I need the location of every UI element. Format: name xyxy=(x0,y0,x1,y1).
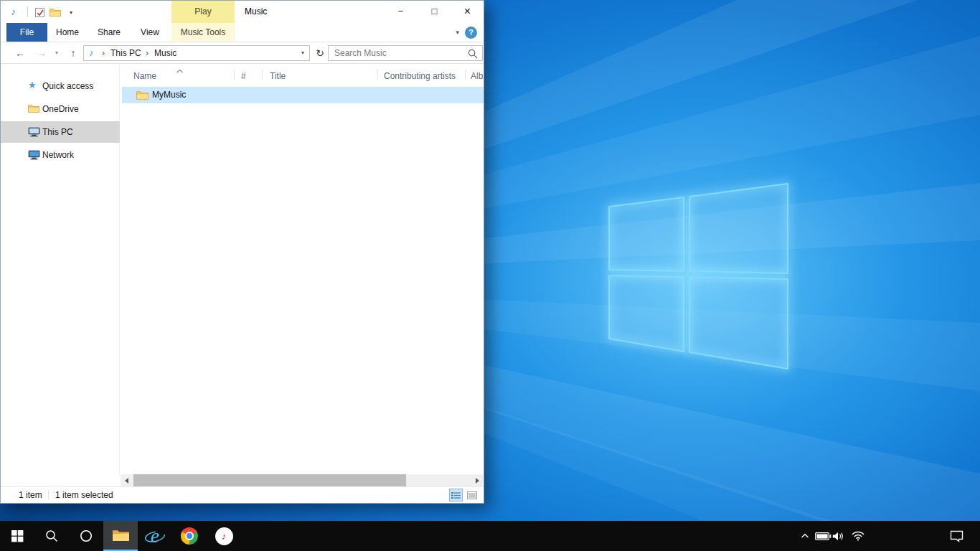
cortana-button[interactable] xyxy=(69,521,103,551)
column-divider xyxy=(377,70,378,80)
action-center-icon xyxy=(950,530,963,542)
tab-view[interactable]: View xyxy=(131,23,169,42)
title-bar[interactable]: ♪ ▾ Play Music − □ × xyxy=(1,1,484,23)
search-input[interactable] xyxy=(329,46,482,60)
qat-properties-button[interactable] xyxy=(32,5,47,19)
qat-new-folder-button[interactable] xyxy=(48,5,62,19)
start-button[interactable] xyxy=(0,521,34,551)
sidebar-item-quick-access[interactable]: ★ Quick access xyxy=(1,75,120,97)
scrollbar-thumb[interactable] xyxy=(133,474,406,486)
breadcrumb-chevron-icon[interactable]: › xyxy=(146,46,149,60)
column-header-number[interactable]: # xyxy=(241,71,246,81)
scroll-left-arrow-icon[interactable] xyxy=(121,474,133,486)
sidebar-item-label: Quick access xyxy=(42,75,93,97)
file-row-mymusic[interactable]: MyMusic xyxy=(122,87,484,103)
details-view-button[interactable] xyxy=(449,489,463,501)
sidebar-item-label: This PC xyxy=(42,121,73,143)
tab-home[interactable]: Home xyxy=(47,23,88,42)
item-count: 1 item xyxy=(19,490,42,500)
recent-locations-chevron-icon[interactable]: ▾ xyxy=(51,42,62,64)
screen: ♪ ▾ Play Music − □ × File Home Share Vie… xyxy=(0,0,980,551)
search-box[interactable] xyxy=(328,45,483,61)
tab-file[interactable]: File xyxy=(6,23,47,42)
column-header-title[interactable]: Title xyxy=(270,71,286,81)
qat-customize-chevron-icon[interactable]: ▾ xyxy=(64,5,78,19)
help-button[interactable]: ? xyxy=(465,27,477,39)
tray-show-hidden-icons-button[interactable] xyxy=(796,521,814,551)
column-divider xyxy=(465,70,466,80)
breadcrumb-this-pc[interactable]: This PC xyxy=(110,46,141,60)
action-center-button[interactable] xyxy=(947,521,966,551)
tray-network-button[interactable] xyxy=(849,521,867,551)
taskbar-chrome-button[interactable] xyxy=(172,521,207,551)
file-list: Name # Title Contributing artists Alb My… xyxy=(121,65,484,474)
file-name: MyMusic xyxy=(152,87,186,103)
folder-icon xyxy=(50,8,61,17)
taskbar-internet-explorer-button[interactable]: e xyxy=(138,521,172,551)
address-music-note-icon: ♪ xyxy=(89,47,94,58)
window-title: Music xyxy=(245,1,267,23)
taskbar-search-button[interactable] xyxy=(34,521,69,551)
large-icons-view-button[interactable] xyxy=(465,489,479,501)
sidebar-item-onedrive[interactable]: OneDrive xyxy=(1,98,120,120)
refresh-button[interactable]: ↻ xyxy=(312,45,328,61)
contextual-group-play[interactable]: Play xyxy=(171,1,235,23)
sidebar-item-this-pc[interactable]: This PC xyxy=(1,121,120,143)
star-icon: ★ xyxy=(28,80,40,90)
navigation-pane: ★ Quick access OneDrive This PC xyxy=(1,65,120,474)
sort-ascending-icon xyxy=(176,65,184,75)
taskbar: e ♪ xyxy=(0,521,980,551)
column-divider xyxy=(234,70,235,80)
forward-button[interactable]: → xyxy=(32,42,51,64)
back-button[interactable]: ← xyxy=(9,42,31,64)
onedrive-folder-icon xyxy=(28,104,40,115)
divider xyxy=(48,490,49,500)
wifi-icon xyxy=(852,531,864,541)
search-icon xyxy=(45,529,58,542)
computer-icon xyxy=(28,127,40,138)
cortana-circle-icon xyxy=(80,529,93,542)
chrome-icon xyxy=(181,527,198,545)
ribbon-tab-strip: File Home Share View Music Tools ▾ ? xyxy=(1,23,484,42)
music-note-icon: ♪ xyxy=(11,6,16,17)
tab-music-tools[interactable]: Music Tools xyxy=(171,23,235,42)
tab-share[interactable]: Share xyxy=(88,23,131,42)
breadcrumb-chevron-icon[interactable]: › xyxy=(102,46,105,60)
column-header-album[interactable]: Alb xyxy=(471,71,483,81)
sidebar-item-label: Network xyxy=(42,144,74,166)
close-button[interactable]: × xyxy=(451,1,484,23)
explorer-window: ♪ ▾ Play Music − □ × File Home Share Vie… xyxy=(0,0,484,504)
breadcrumb-music[interactable]: Music xyxy=(154,46,176,60)
internet-explorer-icon: e xyxy=(144,525,166,547)
up-button[interactable]: ↑ xyxy=(64,42,83,64)
taskbar-file-explorer-button[interactable] xyxy=(103,521,138,551)
sidebar-item-network[interactable]: Network xyxy=(1,144,120,166)
taskbar-music-app-button[interactable]: ♪ xyxy=(207,521,241,551)
address-bar[interactable]: ♪ › This PC › Music ▾ xyxy=(83,45,310,61)
large-icons-view-icon xyxy=(467,491,477,499)
chevron-up-icon xyxy=(801,533,809,539)
windows-start-icon xyxy=(11,530,24,542)
maximize-button[interactable]: □ xyxy=(418,1,451,23)
scroll-right-arrow-icon[interactable] xyxy=(471,474,483,486)
ie-ring xyxy=(144,530,166,543)
tray-volume-button[interactable] xyxy=(829,521,847,551)
column-divider xyxy=(262,70,263,80)
selection-count: 1 item selected xyxy=(55,490,113,500)
speaker-icon xyxy=(832,532,844,541)
expand-ribbon-chevron-icon[interactable]: ▾ xyxy=(456,29,459,36)
music-app-icon: ♪ xyxy=(215,527,233,545)
status-bar: 1 item 1 item selected xyxy=(1,486,484,503)
network-icon xyxy=(28,150,40,161)
horizontal-scrollbar[interactable] xyxy=(121,474,483,486)
search-icon xyxy=(468,49,478,61)
address-dropdown-chevron-icon[interactable]: ▾ xyxy=(301,46,304,60)
minimize-button[interactable]: − xyxy=(384,1,418,23)
music-note-glyph: ♪ xyxy=(222,530,227,542)
window-body: ★ Quick access OneDrive This PC xyxy=(1,65,484,474)
column-header-contributing-artists[interactable]: Contributing artists xyxy=(384,71,456,81)
column-header-name[interactable]: Name xyxy=(133,71,156,81)
folder-icon xyxy=(136,90,149,102)
column-header-row: Name # Title Contributing artists Alb xyxy=(121,65,484,85)
checkbox-icon xyxy=(35,8,44,17)
